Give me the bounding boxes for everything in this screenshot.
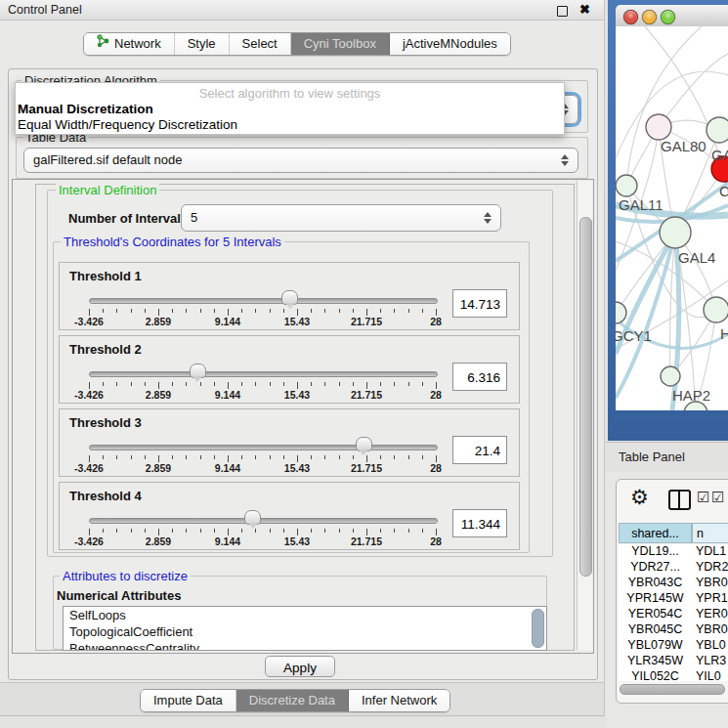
tab-impute-data[interactable]: Impute Data — [141, 690, 236, 711]
tab-network[interactable]: Network — [84, 33, 175, 55]
cell-name[interactable]: YBL0 — [696, 638, 726, 652]
threshold-slider-thumb[interactable] — [190, 364, 206, 378]
cell-name[interactable]: YLR3 — [696, 654, 726, 667]
threshold-value-field[interactable]: 21.4 — [452, 436, 507, 464]
cell-shared-name[interactable]: YIL052C — [619, 669, 692, 681]
tab-label: Style — [188, 33, 216, 55]
minimize-traffic-light-icon[interactable] — [642, 10, 657, 24]
cell-shared-name[interactable]: YDR27... — [619, 560, 692, 574]
table-row[interactable]: YDR27...YDR2 — [619, 560, 728, 576]
tab-infer-network[interactable]: Infer Network — [349, 690, 450, 711]
table-hscrollbar-thumb[interactable] — [620, 684, 725, 695]
attribute-list-item[interactable]: SelfLoops — [64, 607, 546, 623]
table-row[interactable]: YBR045CYBR0 — [619, 622, 728, 638]
checkbox-checked-icon[interactable]: ☑ — [697, 489, 709, 506]
slider-tick — [200, 309, 201, 313]
table-data-combobox[interactable]: galFiltered.sif default node — [23, 148, 578, 173]
cell-shared-name[interactable]: YER054C — [619, 607, 692, 621]
checkbox-checked-icon[interactable]: ☑ — [711, 489, 724, 506]
threshold-value-field[interactable]: 11.344 — [452, 509, 507, 537]
threshold-value-field[interactable]: 14.713 — [452, 289, 507, 318]
tab-select[interactable]: Select — [230, 33, 291, 55]
threshold-slider-track[interactable] — [89, 371, 438, 377]
slider-tick-label: 9.144 — [215, 389, 240, 401]
threshold-slider-thumb[interactable] — [281, 290, 298, 305]
threshold-slider-thumb[interactable] — [356, 437, 372, 451]
cell-name[interactable]: YDR2 — [696, 560, 728, 574]
slider-tick-label: 15.43 — [284, 535, 310, 547]
tab-discretize-data[interactable]: Discretize Data — [236, 690, 349, 711]
slider-tick — [283, 529, 284, 533]
slider-tick — [394, 529, 395, 533]
settings-scrollbar-thumb[interactable] — [579, 217, 592, 577]
tab-cyni-toolbox[interactable]: Cyni Toolbox — [291, 33, 390, 55]
network-node-hap2[interactable] — [661, 366, 680, 386]
tab-style[interactable]: Style — [175, 33, 230, 55]
cell-shared-name[interactable]: YPR145W — [619, 591, 692, 605]
network-node-h[interactable] — [704, 297, 728, 322]
table-row[interactable]: YPR145WYPR1 — [619, 591, 728, 607]
table-row[interactable]: YLR345WYLR3 — [619, 654, 728, 669]
threshold-slider-thumb[interactable] — [244, 510, 261, 525]
cell-name[interactable]: YER0 — [696, 607, 728, 621]
slider-tick — [214, 309, 215, 313]
column-header-name[interactable]: n — [692, 523, 728, 543]
slider-tick — [380, 455, 381, 459]
dropdown-option-equal-width[interactable]: Equal Width/Frequency Discretization — [16, 117, 564, 133]
threshold-slider-track[interactable] — [89, 298, 438, 304]
slider-tick — [116, 529, 117, 533]
cell-shared-name[interactable]: YBR045C — [619, 622, 692, 636]
slider-tick — [131, 309, 132, 313]
gear-icon[interactable]: ⚙ — [630, 486, 649, 509]
attributes-scrollbar-thumb[interactable] — [532, 609, 544, 648]
threshold-slider-track[interactable] — [89, 445, 438, 450]
table-row[interactable]: YIL052CYIL0 — [619, 669, 728, 681]
threshold-value-field[interactable]: 6.316 — [452, 363, 507, 391]
threshold-slider-track[interactable] — [89, 518, 438, 524]
network-node-ga[interactable] — [707, 117, 728, 143]
split-columns-icon[interactable] — [668, 490, 691, 510]
tab-jactivemnodules[interactable]: jActiveMNodules — [390, 33, 510, 55]
cell-name[interactable]: YIL0 — [696, 669, 721, 681]
slider-tick — [103, 455, 104, 459]
cell-shared-name[interactable]: YBL079W — [619, 638, 692, 652]
tab-label: Infer Network — [362, 690, 437, 711]
settings-scrollbar-track[interactable] — [577, 181, 592, 650]
slider-tick — [131, 455, 132, 459]
slider-tick — [366, 529, 367, 535]
cell-shared-name[interactable]: YLR345W — [619, 654, 692, 667]
number-of-intervals-combobox[interactable]: 5 — [181, 204, 501, 232]
node-label-ga: GA — [711, 147, 728, 163]
network-node-gcy1[interactable] — [616, 302, 626, 323]
slider-tick — [353, 455, 354, 459]
cell-name[interactable]: YBR0 — [696, 622, 728, 636]
table-row[interactable]: YDL19...YDL1 — [619, 544, 728, 560]
close-traffic-light-icon[interactable] — [623, 10, 638, 24]
cell-name[interactable]: YDL1 — [696, 544, 726, 558]
slider-tick-label: 2.859 — [146, 535, 171, 547]
bottom-tab-bar: Impute DataDiscretize DataInfer Network — [140, 689, 450, 712]
table-row[interactable]: YER054CYER0 — [619, 607, 728, 622]
close-icon[interactable]: ✖ — [579, 2, 590, 17]
table-row[interactable]: YBL079WYBL0 — [619, 638, 728, 654]
cell-shared-name[interactable]: YDL19... — [619, 544, 692, 558]
slider-tick — [214, 455, 215, 459]
network-node-gal80[interactable] — [646, 114, 671, 140]
dropdown-option-manual-discretization[interactable]: Manual Discretization — [16, 102, 564, 117]
slider-tick-label: 21.715 — [351, 316, 382, 327]
cell-shared-name[interactable]: YBR043C — [619, 576, 692, 589]
attribute-list-item[interactable]: BetweennessCentrality — [64, 640, 546, 651]
network-canvas[interactable]: GAL80GACGAL11GAL4GCY1HHAP2 — [616, 26, 728, 410]
slider-tick — [283, 455, 284, 459]
table-row[interactable]: YBR043CYBR0 — [619, 576, 728, 591]
float-window-icon[interactable] — [557, 6, 568, 17]
slider-tick — [353, 382, 354, 386]
network-node-gal11[interactable] — [616, 175, 637, 196]
zoom-traffic-light-icon[interactable] — [661, 10, 675, 24]
cell-name[interactable]: YPR1 — [696, 591, 728, 605]
network-node-gal4[interactable] — [660, 217, 691, 248]
attribute-list-item[interactable]: TopologicalCoefficient — [64, 623, 546, 640]
cell-name[interactable]: YBR0 — [696, 576, 728, 589]
apply-button[interactable]: Apply — [265, 656, 335, 677]
column-header-shared-name[interactable]: shared... — [619, 523, 692, 543]
